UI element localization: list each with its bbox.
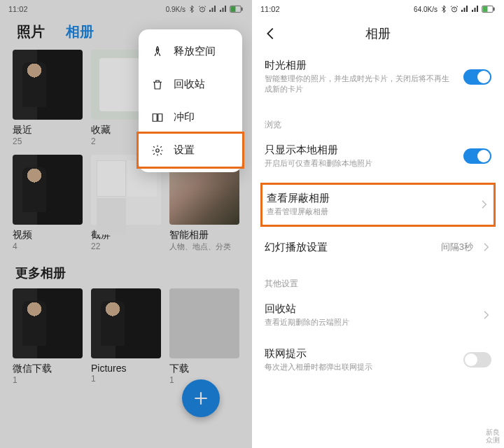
tab-photos[interactable]: 照片 — [17, 22, 45, 41]
album-wechat[interactable]: 微信下载 1 — [13, 288, 83, 385]
book-icon — [151, 111, 164, 124]
header: 相册 — [252, 18, 504, 49]
setting-local-only[interactable]: 只显示本地相册 开启后可仅查看和删除本地照片 — [265, 134, 491, 178]
album-thumbnail — [13, 155, 83, 225]
bluetooth-icon — [440, 5, 448, 13]
album-count: 22 — [91, 241, 161, 251]
group-other: 其他设置 — [265, 264, 491, 293]
svg-rect-2 — [231, 6, 236, 12]
watermark: 新良 众测 — [486, 428, 500, 444]
toggle-off[interactable] — [463, 352, 491, 368]
album-thumbnail — [169, 288, 239, 358]
setting-sub: 每次进入相册时都弹出联网提示 — [265, 362, 456, 372]
svg-point-5 — [156, 148, 160, 152]
album-thumbnail — [13, 288, 83, 358]
alarm-icon — [450, 5, 458, 13]
trash-icon — [151, 78, 164, 91]
album-name: 智能相册 — [169, 229, 239, 241]
album-count: 4 — [13, 241, 83, 251]
setting-sub: 查看管理屏蔽相册 — [267, 206, 471, 217]
signal-icon — [209, 5, 217, 13]
album-count: 1 — [13, 375, 83, 385]
setting-value: 间隔3秒 — [441, 241, 473, 253]
svg-rect-9 — [493, 8, 495, 11]
svg-point-4 — [157, 48, 158, 50]
battery-icon — [230, 5, 244, 13]
svg-rect-3 — [241, 8, 243, 11]
status-right: 64.0K/s — [414, 5, 496, 13]
album-count: 1 — [91, 374, 161, 384]
tab-albums[interactable]: 相册 — [66, 22, 94, 41]
rocket-icon — [151, 46, 164, 58]
setting-title: 查看屏蔽相册 — [267, 192, 471, 205]
album-name: 最近 — [13, 124, 83, 136]
setting-sub: 智能整理你的照片，并生成时光卡片，关闭后将不再生成新的卡片 — [265, 74, 456, 95]
setting-time-album[interactable]: 时光相册 智能整理你的照片，并生成时光卡片，关闭后将不再生成新的卡片 — [265, 49, 491, 105]
bluetooth-icon — [188, 5, 196, 13]
menu-settings[interactable]: 设置 — [136, 132, 244, 169]
menu-recycle[interactable]: 回收站 — [139, 68, 242, 101]
setting-slideshow[interactable]: 幻灯播放设置 间隔3秒 — [265, 231, 491, 264]
wifi-icon — [219, 5, 227, 13]
battery-icon — [482, 5, 496, 13]
album-recent[interactable]: 最近 25 — [13, 50, 83, 146]
setting-sub: 查看近期删除的云端照片 — [265, 317, 473, 328]
chevron-right-icon — [480, 309, 491, 321]
toggle-on[interactable] — [463, 148, 491, 164]
svg-rect-8 — [483, 6, 488, 12]
overflow-menu: 释放空间 回收站 冲印 设置 — [139, 29, 242, 172]
signal-icon — [461, 5, 469, 13]
album-name: 视频 — [13, 229, 83, 241]
chevron-right-icon — [478, 199, 489, 210]
menu-label: 释放空间 — [174, 45, 216, 58]
album-settings-screen: 11:02 64.0K/s 相册 时光相册 智能整理你的照片，并生成时光卡片，关… — [252, 0, 504, 448]
menu-label: 设置 — [174, 144, 195, 157]
status-speed: 0.9K/s — [166, 6, 186, 13]
album-name: 下载 — [169, 363, 239, 375]
section-more-albums: 更多相册 — [0, 252, 252, 288]
setting-recycle[interactable]: 回收站 查看近期删除的云端照片 — [265, 293, 491, 337]
album-name: Pictures — [91, 363, 161, 374]
album-download[interactable]: 下载 1 — [169, 288, 239, 385]
setting-network-prompt[interactable]: 联网提示 每次进入相册时都弹出联网提示 — [265, 337, 491, 382]
status-time: 11:02 — [8, 5, 28, 13]
wifi-icon — [471, 5, 479, 13]
menu-free-space[interactable]: 释放空间 — [139, 35, 242, 68]
album-grid-3: 微信下载 1 Pictures 1 下载 1 — [0, 288, 252, 385]
alarm-icon — [198, 5, 206, 13]
group-browse: 浏览 — [265, 105, 491, 134]
album-pictures[interactable]: Pictures 1 — [91, 288, 161, 385]
setting-title: 回收站 — [265, 302, 473, 316]
menu-label: 回收站 — [174, 78, 205, 91]
album-video[interactable]: 视频 4 — [13, 155, 83, 252]
status-speed: 64.0K/s — [414, 6, 438, 13]
settings-list: 时光相册 智能整理你的照片，并生成时光卡片，关闭后将不再生成新的卡片 浏览 只显… — [252, 49, 504, 382]
status-right: 0.9K/s — [166, 5, 244, 13]
add-album-button[interactable] — [182, 379, 220, 417]
setting-sub: 开启后可仅查看和删除本地照片 — [265, 158, 456, 169]
setting-title: 时光相册 — [265, 59, 456, 72]
gear-icon — [151, 144, 164, 157]
plus-icon — [192, 389, 210, 407]
gallery-screen: 11:02 0.9K/s 照片 相册 最近 25 收藏 2 — [0, 0, 252, 448]
toggle-on[interactable] — [463, 69, 491, 85]
back-icon[interactable] — [263, 26, 279, 41]
status-time: 11:02 — [260, 5, 280, 13]
album-sub: 人物、地点、分类 — [169, 241, 239, 252]
chevron-right-icon — [480, 241, 491, 253]
album-name: 微信下载 — [13, 363, 83, 375]
menu-print[interactable]: 冲印 — [139, 101, 242, 134]
menu-label: 冲印 — [174, 111, 195, 124]
setting-title: 只显示本地相册 — [265, 144, 456, 157]
album-thumbnail — [91, 288, 161, 358]
album-count: 25 — [13, 136, 83, 146]
setting-title: 幻灯播放设置 — [265, 241, 434, 254]
album-name: 截屏 — [91, 229, 161, 241]
setting-title: 联网提示 — [265, 347, 456, 360]
page-title: 相册 — [279, 25, 477, 42]
status-bar: 11:02 0.9K/s — [0, 0, 252, 18]
album-thumbnail — [13, 50, 83, 120]
setting-blocked-albums[interactable]: 查看屏蔽相册 查看管理屏蔽相册 — [260, 183, 496, 226]
status-bar: 11:02 64.0K/s — [252, 0, 504, 18]
